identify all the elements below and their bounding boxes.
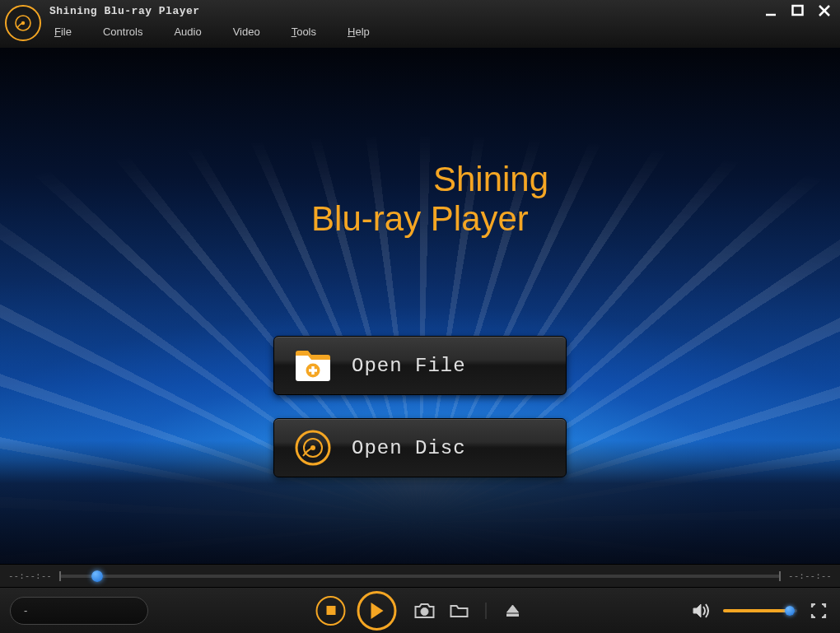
play-icon bbox=[369, 602, 385, 620]
menu-video[interactable]: Video bbox=[233, 26, 260, 38]
now-playing-display: - bbox=[10, 597, 148, 625]
right-controls bbox=[690, 602, 830, 620]
menu-controls[interactable]: Controls bbox=[103, 26, 142, 38]
control-bar: - bbox=[0, 587, 840, 633]
open-disc-button[interactable]: Open Disc bbox=[273, 418, 567, 477]
now-playing-text: - bbox=[24, 604, 27, 617]
open-folder-button[interactable] bbox=[448, 602, 471, 620]
minimize-button[interactable] bbox=[764, 3, 779, 18]
maximize-button[interactable] bbox=[791, 3, 805, 18]
folder-icon bbox=[450, 603, 469, 618]
svg-rect-8 bbox=[309, 369, 317, 371]
open-buttons: Open File Open Disc bbox=[273, 336, 567, 477]
open-disc-label: Open Disc bbox=[352, 437, 466, 459]
fullscreen-icon bbox=[810, 603, 827, 619]
disc-icon bbox=[292, 427, 334, 468]
stop-button[interactable] bbox=[316, 596, 346, 626]
title-bar: Shining Blu-ray Player File Controls Aud… bbox=[0, 0, 840, 48]
playback-controls bbox=[316, 591, 525, 631]
camera-icon bbox=[414, 603, 436, 619]
menu-file[interactable]: File bbox=[54, 26, 72, 38]
time-elapsed: --:--:-- bbox=[8, 570, 52, 581]
volume-slider[interactable] bbox=[723, 609, 797, 612]
menu-help[interactable]: Help bbox=[348, 26, 370, 38]
seek-bar: --:--:-- --:--:-- bbox=[0, 564, 840, 587]
app-title: Shining Blu-ray Player bbox=[49, 5, 833, 17]
open-file-button[interactable]: Open File bbox=[273, 336, 567, 395]
folder-plus-icon bbox=[292, 345, 334, 386]
menu-bar: File Controls Audio Video Tools Help bbox=[49, 26, 833, 38]
fullscreen-button[interactable] bbox=[807, 602, 830, 620]
speaker-icon bbox=[693, 603, 711, 619]
brand-line1: Shining bbox=[433, 160, 548, 199]
seek-thumb[interactable] bbox=[91, 570, 103, 582]
video-area: Shining Blu-ray Player Open File bbox=[0, 48, 840, 564]
eject-button[interactable] bbox=[502, 602, 525, 620]
brand-line2: Blu-ray Player bbox=[0, 199, 840, 239]
title-and-menu: Shining Blu-ray Player File Controls Aud… bbox=[49, 0, 833, 38]
app-logo-icon bbox=[5, 5, 41, 41]
menu-tools[interactable]: Tools bbox=[292, 26, 316, 38]
menu-audio[interactable]: Audio bbox=[174, 26, 201, 38]
snapshot-button[interactable] bbox=[413, 602, 436, 620]
volume-fill bbox=[723, 609, 790, 612]
svg-rect-13 bbox=[507, 614, 519, 617]
time-total: --:--:-- bbox=[788, 570, 832, 581]
separator bbox=[486, 603, 487, 619]
brand-text: Shining Blu-ray Player bbox=[0, 160, 840, 240]
app-window: Shining Blu-ray Player File Controls Aud… bbox=[0, 0, 840, 633]
volume-thumb[interactable] bbox=[785, 606, 795, 616]
svg-rect-3 bbox=[793, 6, 803, 15]
svg-point-12 bbox=[421, 607, 428, 615]
seek-track[interactable] bbox=[60, 575, 780, 578]
close-button[interactable] bbox=[817, 3, 832, 18]
open-file-label: Open File bbox=[352, 355, 466, 377]
play-button[interactable] bbox=[357, 591, 397, 631]
eject-icon bbox=[506, 603, 520, 618]
window-controls bbox=[764, 3, 832, 18]
volume-button[interactable] bbox=[690, 602, 713, 620]
stop-icon bbox=[326, 606, 335, 615]
